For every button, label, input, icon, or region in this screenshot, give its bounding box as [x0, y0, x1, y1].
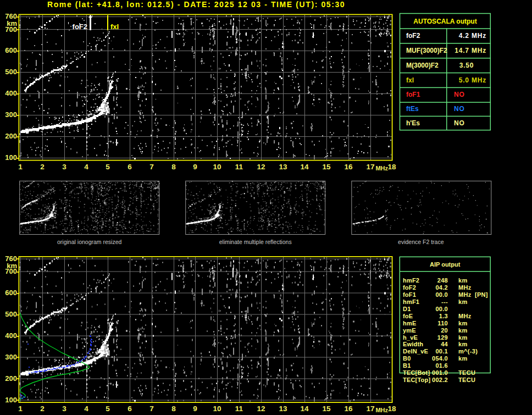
- svg-text:NO: NO: [454, 105, 465, 113]
- svg-text:248: 248: [437, 277, 448, 284]
- svg-text:8: 8: [171, 405, 176, 413]
- svg-text:fxI: fxI: [406, 76, 414, 84]
- svg-text:km: km: [458, 320, 468, 327]
- svg-text:4.2 MHz: 4.2 MHz: [459, 32, 486, 40]
- svg-text:001.0: 001.0: [432, 369, 448, 376]
- svg-text:200: 200: [5, 374, 17, 383]
- svg-text:AUTOSCALA output: AUTOSCALA output: [413, 18, 476, 25]
- svg-text:m^(-3): m^(-3): [458, 348, 478, 355]
- svg-text:TEC[Bot]: TEC[Bot]: [403, 369, 430, 376]
- svg-text:6: 6: [128, 163, 132, 171]
- svg-text:400: 400: [5, 331, 17, 340]
- svg-text:14: 14: [300, 405, 309, 413]
- svg-text:D1: D1: [403, 306, 411, 312]
- svg-text:1: 1: [18, 405, 23, 413]
- svg-text:h'Es: h'Es: [406, 119, 420, 127]
- svg-text:500: 500: [5, 310, 17, 318]
- svg-text:11: 11: [235, 405, 243, 413]
- svg-text:TECU: TECU: [458, 377, 475, 383]
- svg-text:054.0: 054.0: [432, 355, 448, 362]
- svg-text:100: 100: [5, 153, 17, 162]
- svg-text:7: 7: [149, 163, 154, 171]
- svg-text:100: 100: [5, 396, 17, 404]
- svg-text:700: 700: [5, 25, 17, 34]
- svg-text:2: 2: [40, 405, 45, 413]
- svg-text:600: 600: [5, 46, 17, 54]
- svg-text:TEC[Top]: TEC[Top]: [403, 377, 430, 383]
- svg-text:10: 10: [213, 163, 221, 171]
- svg-text:12: 12: [257, 163, 265, 171]
- svg-text:6: 6: [128, 405, 132, 413]
- svg-text:1.3: 1.3: [439, 313, 448, 319]
- svg-text:8: 8: [171, 163, 176, 171]
- svg-text:14: 14: [300, 163, 309, 171]
- svg-text:400: 400: [5, 89, 17, 97]
- svg-text:M(3000)F2: M(3000)F2: [406, 62, 439, 69]
- svg-text:evidence F2 trace: evidence F2 trace: [398, 239, 444, 245]
- svg-text:17: 17: [366, 405, 374, 413]
- svg-text:MUF(3000)F2: MUF(3000)F2: [406, 47, 447, 54]
- svg-text:foF2: foF2: [403, 284, 416, 291]
- svg-text:200: 200: [5, 132, 17, 140]
- svg-text:110: 110: [437, 320, 448, 327]
- svg-text:---: ---: [441, 298, 448, 305]
- svg-text:ymE: ymE: [403, 327, 416, 334]
- svg-text:B1: B1: [403, 362, 411, 369]
- svg-text:MHz: MHz: [375, 165, 388, 171]
- svg-text:original ionogram resized: original ionogram resized: [57, 239, 121, 245]
- svg-text:NO: NO: [454, 119, 465, 127]
- svg-text:00.0: 00.0: [435, 306, 448, 312]
- svg-text:7: 7: [149, 405, 154, 413]
- svg-text:01.6: 01.6: [435, 362, 448, 369]
- svg-text:129: 129: [437, 334, 448, 341]
- svg-text:500: 500: [5, 68, 17, 76]
- svg-text:km: km: [458, 334, 468, 341]
- svg-text:km: km: [458, 277, 468, 284]
- svg-text:km: km: [458, 341, 468, 347]
- svg-text:foE: foE: [403, 313, 413, 319]
- svg-text:14.7 MHz: 14.7 MHz: [455, 47, 486, 54]
- svg-text:ftEs: ftEs: [406, 105, 419, 113]
- svg-text:km: km: [458, 327, 468, 334]
- svg-text:16: 16: [344, 163, 353, 171]
- svg-text:5.0 MHz: 5.0 MHz: [459, 76, 486, 84]
- svg-text:2: 2: [40, 163, 45, 171]
- svg-text:04.2: 04.2: [435, 284, 448, 291]
- svg-text:20: 20: [441, 327, 448, 334]
- svg-text:18: 18: [387, 163, 396, 171]
- svg-text:13: 13: [279, 163, 287, 171]
- svg-text:DelN_vE: DelN_vE: [403, 348, 428, 355]
- svg-text:700: 700: [5, 267, 17, 275]
- svg-text:002.2: 002.2: [432, 377, 448, 383]
- svg-text:km: km: [458, 298, 468, 305]
- svg-text:9: 9: [193, 163, 197, 171]
- svg-text:AIP output: AIP output: [430, 261, 461, 268]
- svg-text:4: 4: [84, 405, 88, 413]
- svg-text:15: 15: [322, 163, 331, 171]
- svg-text:hmE: hmE: [403, 320, 416, 327]
- svg-text:hmF1: hmF1: [403, 298, 419, 305]
- svg-text:h_vE: h_vE: [403, 334, 418, 341]
- svg-text:foF2: foF2: [406, 32, 420, 40]
- svg-text:3: 3: [62, 405, 66, 413]
- svg-text:MHz: MHz: [458, 284, 472, 291]
- svg-text:00.1: 00.1: [435, 348, 448, 355]
- svg-text:3.50: 3.50: [459, 62, 474, 69]
- svg-text:MHz: MHz: [458, 291, 472, 298]
- svg-text:18: 18: [387, 405, 396, 413]
- svg-text:km: km: [458, 355, 468, 362]
- svg-text:foF2: foF2: [73, 23, 87, 31]
- svg-text:10: 10: [213, 405, 221, 413]
- svg-text:fxI: fxI: [110, 23, 119, 31]
- svg-text:Ewidth: Ewidth: [403, 341, 423, 347]
- svg-text:NO: NO: [454, 91, 465, 98]
- svg-text:MHz: MHz: [375, 407, 388, 413]
- svg-text:B0: B0: [403, 355, 411, 362]
- svg-text:Rome (lat: +41.8, lon: 012.5): Rome (lat: +41.8, lon: 012.5) - DATE: 20…: [47, 0, 345, 9]
- svg-text:foF1: foF1: [406, 91, 420, 98]
- svg-text:3: 3: [62, 163, 66, 171]
- svg-text:44: 44: [441, 341, 448, 347]
- svg-text:300: 300: [5, 110, 17, 119]
- svg-text:12: 12: [257, 405, 265, 413]
- svg-text:TECU: TECU: [458, 369, 475, 376]
